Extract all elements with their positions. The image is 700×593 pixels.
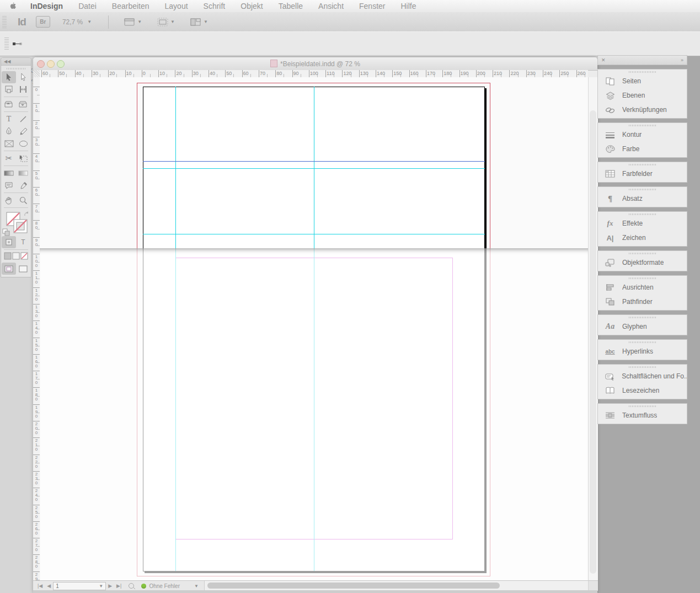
panel-button-hyperlinks[interactable]: abcHyperlinks: [598, 344, 687, 359]
menu-bearbeiten[interactable]: Bearbeiten: [104, 0, 157, 12]
dock-group-grip[interactable]: [629, 404, 656, 408]
dock-group-grip[interactable]: [629, 365, 656, 369]
menu-datei[interactable]: Datei: [71, 0, 104, 12]
panel-button-pathfinder[interactable]: Pathfinder: [598, 295, 687, 309]
horizontal-scrollbar[interactable]: [204, 581, 588, 591]
panel-button-absatz[interactable]: ¶Absatz: [598, 191, 687, 206]
reference-point-proxy[interactable]: [12, 40, 22, 47]
formatting-affects-text-button[interactable]: T: [16, 236, 30, 248]
stroke-swatch-none[interactable]: [13, 219, 28, 233]
first-page-button[interactable]: |◀: [35, 583, 45, 589]
panel-button-effekte[interactable]: fxEffekte: [598, 216, 687, 231]
zoom-tool[interactable]: [16, 194, 30, 206]
line-tool[interactable]: [16, 113, 30, 125]
tools-panel-collapse[interactable]: ◀◀: [1, 58, 31, 66]
dock-group-grip[interactable]: [629, 340, 656, 344]
panel-button-lesezeichen[interactable]: Lesezeichen: [598, 383, 687, 398]
note-tool[interactable]: [2, 179, 16, 191]
control-panel-grip[interactable]: [4, 38, 9, 50]
menu-ansicht[interactable]: Ansicht: [311, 0, 351, 12]
pen-tool[interactable]: [2, 125, 16, 137]
appbar-grip[interactable]: [2, 16, 7, 28]
menu-indesign[interactable]: InDesign: [23, 0, 71, 12]
panel-button-farbe[interactable]: Farbe: [598, 142, 687, 156]
panel-button-objektformate[interactable]: Objektformate: [598, 255, 687, 270]
gap-tool[interactable]: [16, 83, 30, 95]
arrange-documents-button[interactable]: ▼: [190, 18, 208, 26]
vertical-scrollbar-thumb[interactable]: [590, 110, 596, 574]
formatting-affects-container-button[interactable]: [2, 236, 16, 248]
apply-color-button[interactable]: [4, 252, 12, 260]
type-tool[interactable]: T: [2, 113, 16, 125]
default-fill-stroke-icon[interactable]: [2, 228, 10, 236]
page-number-field[interactable]: 1 ▼: [53, 582, 106, 590]
preview-mode-button[interactable]: [16, 263, 30, 275]
panel-button-ausrichten[interactable]: Ausrichten: [598, 280, 687, 295]
vertical-scrollbar[interactable]: [588, 77, 598, 580]
content-placer-tool[interactable]: [16, 98, 30, 110]
ruler-tick: [576, 70, 577, 77]
window-title-bar[interactable]: *Beispieldatei.indd @ 72 %: [33, 57, 597, 71]
eyedropper-tool[interactable]: [16, 179, 30, 191]
content-collector-tool[interactable]: [2, 98, 16, 110]
swap-fill-stroke-icon[interactable]: [24, 211, 30, 217]
menu-tabelle[interactable]: Tabelle: [271, 0, 311, 12]
apple-menu-icon[interactable]: [0, 2, 23, 10]
dock-group-grip[interactable]: [629, 276, 656, 280]
apply-none-button[interactable]: [20, 252, 28, 260]
dock-group-grip[interactable]: [629, 70, 656, 74]
ruler-guide-selected[interactable]: [143, 161, 485, 162]
panel-button-ebenen[interactable]: Ebenen: [598, 88, 687, 103]
horizontal-scrollbar-thumb[interactable]: [207, 583, 500, 589]
panel-button-textumfluss[interactable]: Textumfluss: [598, 408, 687, 423]
last-page-button[interactable]: ▶|: [114, 583, 124, 589]
ellipse-tool[interactable]: [16, 137, 30, 149]
gradient-swatch-tool[interactable]: [2, 167, 16, 179]
apply-gradient-button[interactable]: [12, 252, 20, 260]
tools-panel-grip[interactable]: [7, 67, 25, 70]
panel-button-kontur[interactable]: Kontur: [598, 127, 687, 142]
canvas-pasteboard[interactable]: [40, 77, 588, 580]
pencil-tool[interactable]: [16, 125, 30, 137]
ruler-guide-horizontal[interactable]: [143, 168, 485, 169]
dock-group-grip[interactable]: [629, 188, 656, 191]
panel-button-farbfelder[interactable]: Farbfelder: [598, 167, 687, 181]
chevron-down-icon[interactable]: ▼: [194, 584, 199, 589]
next-page-button[interactable]: ▶: [106, 583, 114, 589]
normal-view-mode-button[interactable]: [2, 263, 16, 275]
screen-mode-button[interactable]: ▼: [157, 18, 175, 26]
panel-button-schaltfl-chen-und-fo[interactable]: Schaltflächen und Fo...: [598, 369, 687, 383]
dock-expand-icon[interactable]: »: [681, 57, 683, 63]
menu-fenster[interactable]: Fenster: [351, 0, 393, 12]
page-tool[interactable]: [2, 83, 16, 95]
horizontal-ruler[interactable]: 6050403020100102030405060708090100110120…: [40, 70, 588, 78]
rectangle-frame-tool[interactable]: [2, 137, 16, 149]
preflight-menu-icon[interactable]: [128, 583, 136, 589]
menu-schrift[interactable]: Schrift: [196, 0, 233, 12]
dock-group-grip[interactable]: [629, 212, 656, 216]
hand-tool[interactable]: [2, 194, 16, 206]
dock-group-grip[interactable]: [629, 316, 656, 319]
view-options-button[interactable]: ▼: [124, 18, 142, 26]
menu-layout[interactable]: Layout: [157, 0, 196, 12]
panel-button-seiten[interactable]: Seiten: [598, 74, 687, 88]
direct-selection-tool[interactable]: [16, 71, 30, 83]
scissors-tool[interactable]: ✂: [2, 152, 16, 164]
dock-group-grip[interactable]: [629, 163, 656, 167]
selection-tool[interactable]: [2, 71, 16, 83]
previous-page-button[interactable]: ◀: [45, 583, 53, 589]
menu-objekt[interactable]: Objekt: [233, 0, 270, 12]
free-transform-tool[interactable]: [16, 152, 30, 164]
dock-group-grip[interactable]: [629, 124, 656, 127]
panel-button-verkn-pfungen[interactable]: Verknüpfungen: [598, 103, 687, 117]
menu-hilfe[interactable]: Hilfe: [393, 0, 424, 12]
panel-button-glyphen[interactable]: AaGlyphen: [598, 319, 687, 334]
zoom-level-dropdown[interactable]: 72,7 % ▼: [62, 18, 92, 26]
panel-button-zeichen[interactable]: A|Zeichen: [598, 231, 687, 245]
dock-close-icon[interactable]: ✕: [601, 57, 606, 63]
panel-button-label: Effekte: [622, 220, 643, 227]
dock-group-grip[interactable]: [629, 252, 656, 255]
bridge-button[interactable]: Br: [36, 16, 50, 28]
ruler-guide-horizontal[interactable]: [143, 234, 485, 234]
gradient-feather-tool[interactable]: [16, 167, 30, 179]
